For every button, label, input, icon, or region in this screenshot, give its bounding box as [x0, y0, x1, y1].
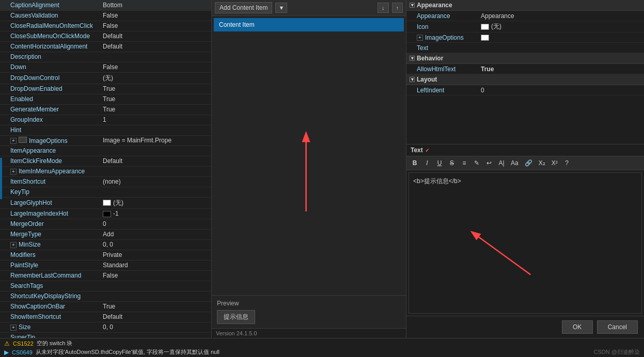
prop-row-left: +ImageOptionsImage = MainFrmt.Prope: [0, 135, 211, 145]
prop-value: 0, 0: [103, 241, 113, 248]
dialog-buttons: OK Cancel: [406, 316, 644, 338]
layout-collapse-icon[interactable]: ▼: [410, 77, 415, 82]
superscript-button[interactable]: X²: [549, 158, 560, 168]
prop-name: MergeType: [10, 231, 41, 238]
ok-button[interactable]: OK: [562, 320, 593, 334]
nav-up-button[interactable]: ↑: [392, 3, 403, 13]
text-section-header: Text ✓: [406, 144, 644, 156]
prop-value-leftindent: 0: [479, 86, 644, 95]
edit-button[interactable]: ✎: [472, 158, 482, 168]
help-button[interactable]: ?: [562, 158, 572, 168]
prop-name: LargeGlyphHot: [10, 199, 52, 206]
prop-row-left: ContentHorizontalAlignmentDefault: [0, 41, 211, 52]
expand-icon[interactable]: +: [10, 324, 17, 331]
prop-name-cell: ContentHorizontalAlignment: [0, 41, 101, 52]
add-content-dropdown-button[interactable]: ▼: [275, 3, 287, 13]
preview-button[interactable]: 提示信息: [217, 310, 255, 324]
prop-name: ShowItemShortcut: [10, 313, 61, 320]
prop-name-cell: Description: [0, 52, 101, 62]
prop-label-appearance: Appearance: [406, 11, 479, 21]
prop-value-cell: Image = MainFrmt.Prope: [101, 135, 211, 145]
prop-name: CloseRadialMenuOnItemClick: [10, 22, 93, 29]
preview-text: 提示信息: [224, 313, 248, 320]
prop-value-imageoptions: [479, 33, 644, 42]
prop-name: GroupIndex: [10, 116, 43, 123]
prop-name: RememberLastCommand: [10, 272, 81, 279]
color-box-black: [103, 211, 111, 217]
nav-down-button[interactable]: ↓: [378, 3, 389, 13]
prop-name: PaintStyle: [10, 262, 38, 269]
prop-name: ContentHorizontalAlignment: [10, 43, 87, 50]
right-panel: ▼ Appearance Appearance Appearance Icon …: [406, 0, 644, 338]
prop-value-cell: (无): [101, 197, 211, 208]
prop-row-left: CloseRadialMenuOnItemClickFalse: [0, 21, 211, 31]
content-item[interactable]: Content Item: [214, 18, 404, 31]
add-content-button[interactable]: Add Content Item: [215, 2, 272, 13]
prop-value-cell: [101, 291, 211, 301]
list-button[interactable]: ≡: [459, 158, 469, 168]
text-editor-section: Text ✓ B I U S ≡ ✎ ↩ A| Aa 🔗 X₂ X² ? <b>…: [406, 144, 644, 316]
prop-name-cell: ItemClickFireMode: [0, 156, 101, 166]
text-checkmark-icon: ✓: [425, 148, 429, 153]
underline-button[interactable]: U: [434, 158, 445, 168]
prop-value-cell: 1: [101, 115, 211, 125]
expand-icon[interactable]: +: [10, 169, 17, 175]
status-msg-2: 从未对字段'AutoDownSD.thdCopyFile'赋值, 字段将一直保持…: [36, 348, 219, 356]
imageoptions-color-box: [481, 35, 489, 41]
font-color-button[interactable]: A|: [496, 158, 507, 168]
content-middle-area: [212, 34, 406, 295]
undo-button[interactable]: ↩: [484, 158, 494, 168]
prop-name: ImageOptions: [29, 137, 68, 144]
status-msg-1: 空的 switch 块: [37, 339, 73, 347]
layout-section-header: ▼ Layout: [406, 74, 644, 85]
expand-icon[interactable]: +: [10, 242, 17, 248]
prop-name: Modifiers: [10, 251, 36, 258]
prop-value-cell: Private: [101, 250, 211, 260]
prop-name: SearchTags: [10, 282, 43, 289]
cancel-button[interactable]: Cancel: [597, 320, 638, 334]
prop-name-cell: DropDownEnabled: [0, 84, 101, 94]
prop-row-left: ItemClickFireModeDefault: [0, 156, 211, 166]
prop-name-cell: ShortcutKeyDisplayString: [0, 291, 101, 301]
behavior-title: Behavior: [417, 55, 443, 62]
dropdown-arrow-icon: ▼: [278, 5, 284, 11]
subscript-button[interactable]: X₂: [537, 158, 547, 168]
prop-value: (无): [103, 74, 113, 82]
prop-row-left: Hint: [0, 125, 211, 135]
svg-line-3: [473, 233, 531, 275]
watermark-text: CSDN @归途醉染: [594, 348, 640, 356]
bold-button[interactable]: B: [410, 158, 420, 168]
prop-name: MinSize: [19, 241, 41, 248]
imageoptions-expand-icon[interactable]: +: [417, 35, 423, 41]
prop-value-cell: 0, 0: [101, 239, 211, 250]
prop-name-cell: +MinSize: [0, 239, 101, 250]
prop-name: GenerateMember: [10, 106, 59, 113]
properties-panel: CaptionAlignmentBottomCausesValidationFa…: [0, 0, 212, 338]
text-content-editor[interactable]: <b>提示信息</b>: [409, 172, 642, 314]
prop-name: Enabled: [10, 95, 33, 103]
prop-row-left: Description: [0, 52, 211, 62]
prop-row-allowhtmltext: AllowHtmlText True: [406, 64, 644, 74]
prop-value: 1: [103, 116, 106, 123]
font-size-button[interactable]: Aa: [509, 158, 521, 168]
prop-row-left: ItemShortcut(none): [0, 176, 211, 187]
link-button[interactable]: 🔗: [523, 158, 535, 168]
prop-value-allowhtmltext: True: [479, 64, 644, 74]
strikethrough-button[interactable]: S: [447, 158, 457, 168]
italic-button[interactable]: I: [422, 158, 432, 168]
prop-value: 0: [103, 220, 106, 228]
prop-row-left: PaintStyleStandard: [0, 260, 211, 270]
status-line-2: ▶ CS0649 从未对字段'AutoDownSD.thdCopyFile'赋值…: [4, 348, 640, 356]
prop-row-left: CausesValidationFalse: [0, 10, 211, 21]
prop-name-cell: +ItemInMenuAppearance: [0, 166, 101, 176]
properties-table: CaptionAlignmentBottomCausesValidationFa…: [0, 0, 211, 338]
expand-icon[interactable]: +: [10, 138, 17, 144]
prop-value: False: [103, 12, 118, 19]
version-text: Version 24.1.5.0: [216, 330, 257, 336]
prop-name-cell: Enabled: [0, 94, 101, 104]
prop-value-cell: [101, 52, 211, 62]
behavior-collapse-icon[interactable]: ▼: [410, 56, 415, 61]
prop-name-cell: DropDownControl: [0, 72, 101, 84]
prop-value-cell: Default: [101, 31, 211, 41]
appearance-collapse-icon[interactable]: ▼: [410, 3, 415, 8]
